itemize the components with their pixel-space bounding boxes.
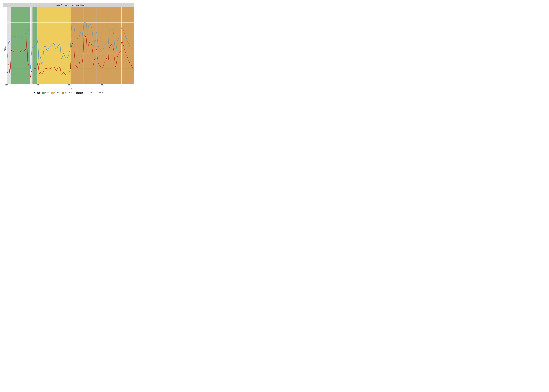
chart-wrapper: location (-11.72, -55.51) - NoClass Valu… bbox=[3, 3, 134, 95]
forest-label: Forest bbox=[45, 92, 50, 94]
legend-class-section: Class Forest Pasture Soy_Corn bbox=[34, 91, 72, 94]
chart-main: 0 0.2 0.4 0.6 0.8 1 2000 bbox=[7, 7, 134, 90]
chart-area-row: Value bbox=[3, 7, 134, 90]
x-tick-2015: 2015 bbox=[101, 84, 105, 86]
legend-pasture: Pasture bbox=[51, 92, 60, 94]
x-tick-2005: 2005 bbox=[36, 84, 39, 86]
evi-label: EVI bbox=[90, 92, 93, 94]
legend-soy-corn: Soy_Corn bbox=[62, 92, 72, 94]
y-axis-label: Value bbox=[3, 7, 7, 90]
svg-rect-3 bbox=[30, 7, 33, 84]
legend-bands-title: Bands bbox=[76, 91, 84, 94]
x-axis-label: Time bbox=[7, 87, 134, 90]
x-tick-2010: 2010 bbox=[68, 84, 71, 86]
legend-bands-section: Bands EVI NDVI bbox=[76, 91, 103, 94]
x-tick-2000: 2000 bbox=[5, 84, 8, 86]
legend-evi: EVI bbox=[85, 92, 93, 94]
pasture-label: Pasture bbox=[54, 92, 60, 94]
ndvi-label: NDVI bbox=[99, 92, 103, 94]
legend-ndvi: NDVI bbox=[94, 92, 103, 94]
legend-forest: Forest bbox=[42, 92, 50, 94]
soy-corn-label: Soy_Corn bbox=[64, 92, 72, 94]
svg-rect-7 bbox=[71, 7, 134, 84]
plot-svg: 0 0.2 0.4 0.6 0.8 1 bbox=[7, 7, 134, 84]
x-axis-ticks: 2000 2005 2010 2015 bbox=[7, 84, 134, 87]
legend-class-title: Class bbox=[34, 91, 40, 94]
svg-rect-5 bbox=[37, 7, 71, 84]
ndvi-line-legend bbox=[94, 93, 99, 93]
legend-area: Class Forest Pasture Soy_Corn Bands EVI bbox=[3, 90, 134, 95]
chart-title: location (-11.72, -55.51) - NoClass bbox=[3, 3, 134, 7]
plot-area: 0 0.2 0.4 0.6 0.8 1 bbox=[7, 7, 134, 84]
forest-color-box bbox=[42, 92, 45, 94]
pasture-color-box bbox=[51, 92, 54, 94]
evi-line-legend bbox=[85, 93, 90, 93]
soy-corn-color-box bbox=[62, 92, 64, 94]
